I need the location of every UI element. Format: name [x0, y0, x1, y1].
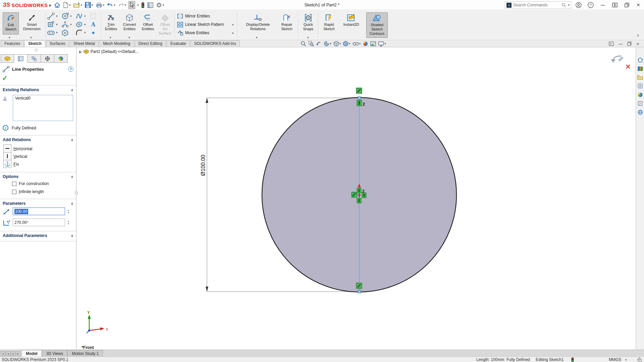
smart-dimension-dropdown-icon[interactable]: ▾ [30, 36, 32, 39]
endpoint-bottom[interactable] [358, 290, 361, 293]
fillet-dropdown-icon[interactable]: ▾ [84, 31, 86, 34]
tab-motion-study[interactable]: Motion Study 1 [67, 350, 103, 357]
file-explorer-tab[interactable] [637, 74, 643, 80]
point-tool-button[interactable] [89, 29, 97, 37]
tab-configuration-manager[interactable] [28, 54, 41, 63]
search-dropdown-icon[interactable]: ▾ [568, 4, 570, 7]
quick-snaps-dropdown-icon[interactable]: ▾ [307, 36, 309, 39]
horizontal-relation-label[interactable]: Horizontal [13, 146, 32, 151]
fix-relation-label[interactable]: Fix [13, 162, 19, 167]
section-view-button[interactable]: ▾ [324, 41, 331, 47]
spline-tool-button[interactable] [75, 12, 83, 20]
infinite-length-row[interactable]: Infinite length [12, 189, 44, 194]
doc-minimize-icon[interactable]: — [619, 42, 623, 46]
angle-input[interactable]: 270.00° [13, 219, 65, 226]
vertical-relation-label[interactable]: Vertical [13, 154, 27, 159]
cam-tab[interactable] [637, 109, 643, 115]
tab-model[interactable]: Model [21, 350, 42, 357]
help-icon[interactable]: ? [68, 66, 73, 72]
view-settings-button[interactable]: ▾ [378, 41, 386, 47]
display-delete-dropdown-icon[interactable]: ▾ [256, 36, 258, 39]
apply-scene-button[interactable] [370, 41, 376, 47]
linear-sketch-pattern-button[interactable]: Linear Sketch Pattern [177, 21, 224, 27]
polygon-tool-button[interactable] [61, 29, 69, 37]
trim-dropdown-icon[interactable]: ▾ [110, 36, 111, 39]
tab-display-manager[interactable] [54, 54, 68, 63]
view-orientation-button[interactable]: ▾ [333, 41, 341, 47]
tab-feature-manager[interactable] [1, 54, 14, 63]
tag-icon[interactable] [637, 357, 642, 362]
line-dropdown-icon[interactable]: ▾ [56, 14, 58, 18]
spin-up-icon[interactable]: ▴ [68, 209, 69, 212]
vertical-relation-button[interactable] [3, 152, 11, 160]
line-tool-button[interactable] [47, 12, 55, 20]
doc-close-icon[interactable]: × [636, 41, 639, 47]
tab-surfaces[interactable]: Surfaces [46, 40, 69, 47]
tab-evaluate[interactable]: Evaluate [167, 40, 190, 47]
linear-pattern-dropdown-icon[interactable]: ▾ [232, 23, 234, 26]
expand-icon[interactable]: ∨ [71, 234, 73, 238]
unit-system-arrow-icon[interactable]: ▴ [625, 358, 627, 361]
collapse-icon[interactable]: ∧ [71, 201, 73, 206]
text-tool-button[interactable]: A [89, 20, 97, 28]
tree-expand-icon[interactable]: ▶ [79, 50, 82, 54]
spin-down-icon[interactable]: ▾ [68, 212, 69, 214]
relation-item[interactable]: Vertical0 [15, 96, 31, 101]
account-icon[interactable] [575, 1, 582, 9]
quick-snaps-button[interactable]: Quick Snaps [300, 12, 316, 31]
exit-sketch-button[interactable]: Exit Sketch [3, 12, 19, 35]
smart-dimension-button[interactable]: Smart Dimension [20, 12, 44, 31]
tab-sheet-metal[interactable]: Sheet Metal [70, 40, 99, 47]
length-input[interactable]: 100.00 [13, 207, 65, 215]
ellipse-tool-button[interactable] [75, 20, 83, 28]
tab-dimxpert-manager[interactable] [41, 54, 54, 63]
unit-system[interactable]: MMGS [609, 357, 621, 362]
feature-tree-flyout[interactable]: ▶ Part2 (Default) <<Default... [79, 49, 139, 54]
doc-previous-window-icon[interactable] [609, 42, 614, 46]
slot-tool-button[interactable] [47, 29, 55, 37]
display-delete-relations-button[interactable]: Display/Delete Relations [239, 12, 276, 31]
search-input[interactable]: Search Commands [513, 3, 560, 7]
for-construction-row[interactable]: For construction [12, 181, 49, 186]
collapse-icon[interactable]: ∧ [71, 88, 73, 92]
endpoint-top[interactable] [358, 97, 361, 100]
collapse-icon[interactable]: ∧ [71, 175, 73, 179]
dropdown-icon[interactable]: ▾ [349, 42, 351, 45]
tab-property-manager[interactable] [14, 54, 28, 63]
dropdown-icon[interactable]: ▾ [359, 42, 361, 45]
for-construction-label[interactable]: For construction [19, 181, 49, 186]
spline-dropdown-icon[interactable]: ▾ [84, 14, 86, 18]
edit-appearance-button[interactable] [363, 41, 368, 47]
rapid-sketch-button[interactable]: Rapid Sketch [320, 12, 338, 31]
convert-dropdown-icon[interactable]: ▾ [128, 36, 130, 39]
tab-sketch[interactable]: Sketch [24, 40, 45, 47]
angle-spinner[interactable]: ▴ ▾ [66, 219, 70, 226]
sketch-canvas[interactable]: Ø100.00 2 2 [77, 47, 636, 350]
tab-3d-views[interactable]: 3D Views [42, 350, 67, 357]
dropdown-icon[interactable]: ▾ [384, 42, 386, 45]
close-button[interactable]: × [635, 1, 642, 9]
for-construction-checkbox[interactable] [12, 182, 16, 186]
zoom-to-fit-button[interactable] [301, 41, 306, 47]
instant2d-button[interactable]: Instant2D [339, 12, 363, 27]
spin-down-icon[interactable]: ▾ [68, 223, 69, 225]
display-style-button[interactable]: ▾ [343, 41, 351, 47]
tab-mesh-modeling[interactable]: Mesh Modeling [99, 40, 134, 47]
dropdown-icon[interactable]: ▾ [330, 42, 331, 45]
search-icon[interactable] [561, 3, 566, 7]
previous-view-button[interactable] [316, 41, 322, 47]
dropdown-icon[interactable]: ▾ [339, 42, 341, 45]
search-commands-box[interactable]: » Search Commands ▾ [505, 1, 571, 9]
tab-features[interactable]: Features [1, 40, 24, 47]
mirror-entities-button[interactable]: Mirror Entities [177, 13, 210, 19]
spin-up-icon[interactable]: ▴ [68, 220, 69, 223]
appearances-tab[interactable] [637, 92, 643, 98]
breadcrumb-text[interactable]: Part2 (Default) <<Default... [91, 49, 139, 54]
slot-dropdown-icon[interactable]: ▾ [56, 31, 58, 34]
circle-tool-button[interactable] [61, 12, 69, 20]
fix-relation-button[interactable]: ⚓ [3, 160, 11, 168]
ok-check-icon[interactable]: ✓ [2, 74, 8, 82]
circle-dropdown-icon[interactable]: ▾ [70, 14, 72, 18]
tab-direct-editing[interactable]: Direct Editing [135, 40, 166, 47]
offset-entities-button[interactable]: Offset Entities [140, 12, 156, 31]
